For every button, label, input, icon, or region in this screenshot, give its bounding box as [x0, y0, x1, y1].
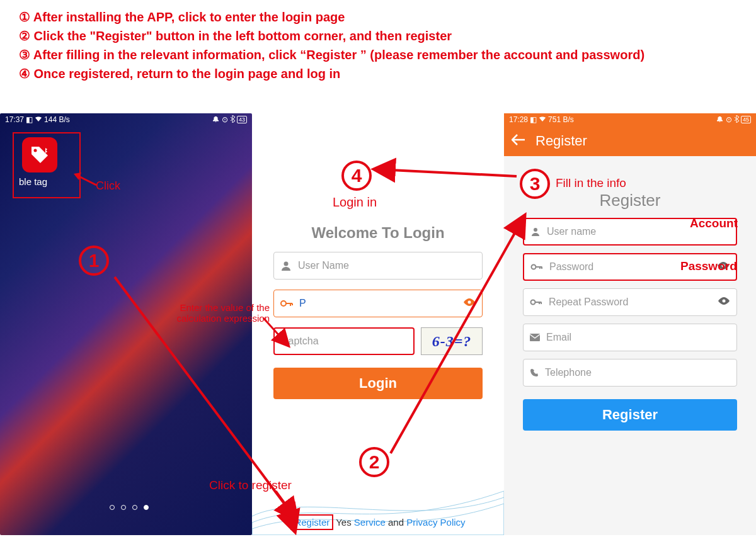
app-label: ble tag — [19, 176, 47, 187]
nfc-icon: ◧ — [530, 115, 537, 124]
svg-point-2 — [281, 301, 286, 306]
user-icon — [280, 260, 292, 271]
reg-email-input[interactable] — [546, 332, 730, 343]
dot-1[interactable] — [110, 505, 115, 510]
click-annotation: Click — [96, 179, 120, 193]
nfc-icon: ◧ — [26, 115, 33, 124]
reg-repeat-input[interactable] — [549, 297, 711, 308]
wifi-icon — [539, 115, 546, 124]
dot-3[interactable] — [132, 505, 137, 510]
account-annotation: Account — [690, 217, 738, 230]
step-1-marker: 1 — [79, 246, 109, 276]
calc-annotation-l1: Enter the value of the — [163, 302, 270, 313]
status-time: 17:28 — [509, 115, 528, 124]
svg-point-4 — [534, 228, 537, 232]
svg-point-7 — [531, 300, 536, 305]
footer-and: and — [386, 517, 406, 528]
service-link[interactable]: Service — [354, 517, 386, 528]
bluetooth-icon — [230, 115, 235, 125]
instruction-2: ② Click the "Register" button in the lef… — [19, 26, 737, 45]
password-field[interactable] — [273, 290, 483, 317]
footer-yes-text: Yes — [336, 517, 351, 528]
password-input[interactable] — [299, 298, 457, 309]
back-arrow-icon[interactable] — [512, 133, 525, 149]
instruction-1: ① After installing the APP, click to ent… — [19, 8, 737, 26]
svg-point-5 — [532, 265, 536, 269]
svg-rect-9 — [530, 334, 540, 341]
status-time: 17:37 — [5, 115, 24, 124]
bell-icon: 🔔︎ — [716, 115, 724, 124]
battery-icon: 43 — [237, 116, 247, 123]
calc-annotation-l2: calculation expression — [163, 313, 270, 324]
status-bar: 17:37 ◧ 144 B/s 🔔︎ ⊙ 43 — [0, 113, 252, 126]
calc-annotation: Enter the value of the calculation expre… — [163, 302, 270, 324]
phone-icon — [530, 368, 539, 377]
username-input[interactable] — [298, 260, 476, 271]
svg-point-1 — [284, 262, 289, 266]
key-icon — [280, 299, 293, 308]
svg-point-3 — [468, 301, 471, 304]
page-dots[interactable] — [110, 505, 149, 510]
clock-icon: ⊙ — [726, 115, 732, 124]
instruction-3: ③ After filling in the relevant informat… — [19, 45, 737, 64]
reg-repeat-field[interactable] — [523, 288, 737, 316]
step-3-marker: 3 — [520, 169, 550, 199]
step-4-marker: 4 — [341, 161, 372, 191]
dot-2[interactable] — [121, 505, 126, 510]
bell-icon: 🔔︎ — [212, 115, 220, 124]
svg-point-0 — [34, 149, 37, 152]
password-annotation: Password — [680, 259, 737, 273]
status-bar: 17:28 ◧ 751 B/s 🔔︎ ⊙ 45 — [504, 113, 756, 126]
username-field[interactable] — [273, 252, 483, 280]
click-to-register-annotation: Click to register — [209, 478, 292, 492]
key-icon — [530, 263, 543, 271]
eye-icon[interactable] — [463, 298, 476, 309]
privacy-link[interactable]: Privacy Policy — [406, 517, 465, 528]
dot-4[interactable] — [144, 505, 149, 510]
login-title: Welcome To Login — [252, 224, 504, 242]
phone-home-screen: 17:37 ◧ 144 B/s 🔔︎ ⊙ 43 — [0, 113, 252, 535]
user-icon — [530, 227, 541, 237]
reg-email-field[interactable] — [523, 324, 737, 351]
fill-in-info-annotation: Fill in the info — [556, 176, 626, 190]
bluetooth-icon — [734, 115, 739, 125]
login-footer: Register Yes Service and Privacy Policy — [252, 514, 504, 530]
eye-icon[interactable] — [718, 297, 730, 308]
reg-tel-field[interactable] — [523, 359, 737, 387]
login-in-annotation: Login in — [333, 195, 377, 210]
instructions-block: ① After installing the APP, click to ent… — [0, 0, 756, 83]
step-2-marker: 2 — [359, 447, 389, 477]
instruction-4: ④ Once registered, return to the login p… — [19, 64, 737, 83]
svg-point-8 — [723, 300, 726, 303]
login-button[interactable]: Login — [273, 368, 483, 399]
register-header-title: Register — [536, 133, 587, 149]
app-icon[interactable] — [22, 137, 57, 172]
mail-icon — [530, 334, 540, 341]
captcha-image[interactable]: 6-3=? — [421, 327, 483, 355]
tag-icon — [29, 144, 50, 166]
status-net: 751 B/s — [548, 115, 574, 124]
wifi-icon — [35, 115, 42, 124]
battery-icon: 45 — [741, 116, 751, 123]
register-button[interactable]: Register — [523, 399, 737, 431]
reg-tel-input[interactable] — [545, 367, 730, 378]
register-header: Register — [504, 126, 756, 156]
key-icon — [530, 298, 542, 306]
clock-icon: ⊙ — [222, 115, 228, 124]
click-arrow — [72, 171, 98, 190]
captcha-field[interactable] — [273, 327, 415, 355]
captcha-input[interactable] — [281, 336, 407, 347]
status-net: 144 B/s — [44, 115, 70, 124]
register-link[interactable]: Register — [294, 517, 329, 528]
